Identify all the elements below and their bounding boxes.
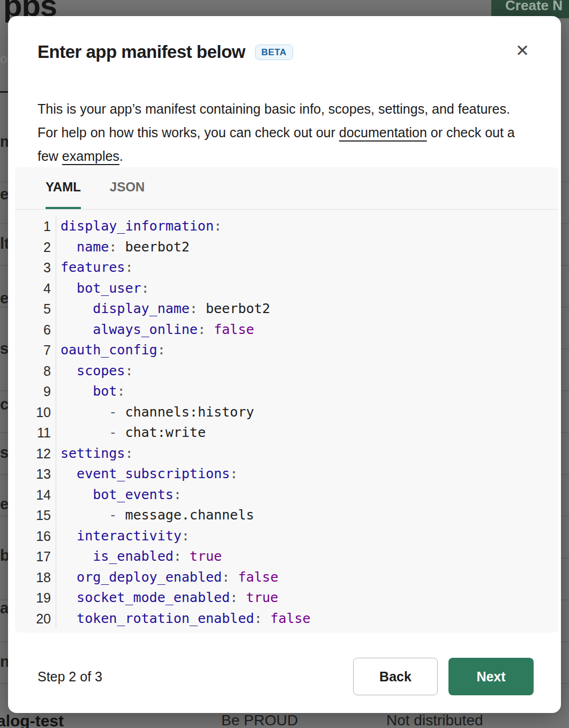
line-number: 20 bbox=[15, 608, 56, 629]
line-number: 10 bbox=[15, 402, 56, 423]
code-line-content: org_deploy_enabled: false bbox=[56, 567, 278, 588]
code-line-content: oauth_config: bbox=[56, 340, 166, 361]
line-number: 3 bbox=[15, 257, 56, 278]
code-line: 18 org_deploy_enabled: false bbox=[15, 567, 558, 588]
code-line-content: display_information: bbox=[56, 216, 222, 237]
editor-tabbar: YAML JSON bbox=[15, 167, 558, 210]
code-line: 7oauth_config: bbox=[15, 340, 558, 361]
code-line: 3features: bbox=[15, 257, 558, 278]
code-line-content: always_online: false bbox=[56, 320, 254, 340]
code-line: 12settings: bbox=[15, 443, 558, 464]
description-text: . bbox=[119, 148, 123, 164]
background-workspace: Be PROUD bbox=[221, 712, 298, 728]
code-line: 11 - chat:write bbox=[15, 422, 558, 443]
line-number: 4 bbox=[15, 278, 56, 299]
screen: pps Create N os m e lt e st c st er b a … bbox=[0, 0, 569, 728]
back-button[interactable]: Back bbox=[353, 658, 438, 695]
code-editor[interactable]: 1display_information:2 name: beerbot23fe… bbox=[15, 210, 558, 629]
background-text-fragment: c bbox=[0, 396, 9, 413]
manifest-editor-panel: YAML JSON 1display_information:2 name: b… bbox=[15, 167, 558, 633]
line-number: 2 bbox=[15, 237, 56, 258]
line-number: 8 bbox=[15, 361, 56, 382]
line-number: 6 bbox=[15, 320, 56, 340]
tab-json[interactable]: JSON bbox=[110, 167, 145, 209]
code-line-content: scopes: bbox=[56, 361, 133, 382]
line-number: 16 bbox=[15, 526, 56, 547]
line-number: 14 bbox=[15, 485, 56, 506]
code-line-content: bot: bbox=[56, 381, 125, 402]
line-number: 9 bbox=[15, 381, 56, 402]
code-line: 19 socket_mode_enabled: true bbox=[15, 588, 558, 608]
code-line: 15 - message.channels bbox=[15, 505, 558, 526]
close-icon[interactable]: ✕ bbox=[511, 39, 534, 62]
code-line-content: - message.channels bbox=[56, 505, 254, 526]
code-line: 6 always_online: false bbox=[15, 320, 558, 340]
background-divider bbox=[0, 91, 9, 93]
modal-footer: Step 2 of 3 Back Next bbox=[38, 658, 534, 695]
code-line-content: settings: bbox=[56, 443, 133, 464]
code-line: 1display_information: bbox=[15, 216, 558, 237]
line-number: 18 bbox=[15, 567, 56, 588]
code-line-content: token_rotation_enabled: false bbox=[56, 608, 311, 629]
code-line: 4 bot_user: bbox=[15, 278, 558, 299]
code-line-content: - chat:write bbox=[56, 422, 206, 443]
next-button[interactable]: Next bbox=[448, 658, 534, 695]
background-distribution-status: Not distributed bbox=[386, 712, 483, 728]
app-manifest-modal: Enter app manifest below BETA ✕ This is … bbox=[8, 16, 561, 713]
code-line: 14 bot_events: bbox=[15, 485, 558, 506]
beta-badge: BETA bbox=[255, 44, 293, 60]
modal-header: Enter app manifest below BETA bbox=[38, 42, 531, 62]
code-line-content: bot_events: bbox=[56, 485, 182, 506]
documentation-link[interactable]: documentation bbox=[339, 125, 427, 140]
tab-yaml[interactable]: YAML bbox=[46, 167, 81, 209]
background-text-fragment: e bbox=[0, 289, 9, 307]
code-line-content: socket_mode_enabled: true bbox=[56, 588, 278, 608]
code-line-content: is_enabled: true bbox=[56, 546, 222, 567]
code-line-content: features: bbox=[56, 257, 133, 278]
modal-title: Enter app manifest below bbox=[38, 42, 245, 62]
background-text-fragment: e bbox=[0, 185, 9, 203]
line-number: 19 bbox=[15, 588, 56, 608]
create-new-app-button[interactable]: Create N bbox=[491, 0, 569, 18]
step-indicator: Step 2 of 3 bbox=[38, 669, 102, 685]
code-line-content: - channels:history bbox=[56, 402, 254, 423]
line-number: 13 bbox=[15, 464, 56, 485]
line-number: 12 bbox=[15, 443, 56, 464]
background-text-fragment: a bbox=[0, 599, 9, 617]
line-number: 5 bbox=[15, 299, 56, 320]
background-app-name: alog-test bbox=[0, 712, 64, 728]
code-line: 13 event_subscriptions: bbox=[15, 464, 558, 485]
line-number: 15 bbox=[15, 505, 56, 526]
code-line: 20 token_rotation_enabled: false bbox=[15, 608, 558, 629]
code-line: 5 display_name: beerbot2 bbox=[15, 299, 558, 320]
code-line-content: bot_user: bbox=[56, 278, 149, 299]
code-line: 10 - channels:history bbox=[15, 402, 558, 423]
examples-link[interactable]: examples bbox=[62, 148, 119, 164]
line-number: 7 bbox=[15, 340, 56, 361]
code-line-content: display_name: beerbot2 bbox=[56, 299, 270, 320]
code-line: 8 scopes: bbox=[15, 361, 558, 382]
background-table-row: alog-test Be PROUD Not distributed bbox=[0, 712, 569, 728]
code-line: 17 is_enabled: true bbox=[15, 546, 558, 567]
line-number: 1 bbox=[15, 216, 56, 237]
line-number: 11 bbox=[15, 422, 56, 443]
line-number: 17 bbox=[15, 546, 56, 567]
code-line: 9 bot: bbox=[15, 381, 558, 402]
code-line: 2 name: beerbot2 bbox=[15, 237, 558, 258]
modal-description: This is your app’s manifest containing b… bbox=[38, 97, 525, 168]
code-line-content: event_subscriptions: bbox=[56, 464, 238, 485]
code-line-content: name: beerbot2 bbox=[56, 237, 190, 258]
code-line-content: interactivity: bbox=[56, 526, 190, 547]
code-line: 16 interactivity: bbox=[15, 526, 558, 547]
